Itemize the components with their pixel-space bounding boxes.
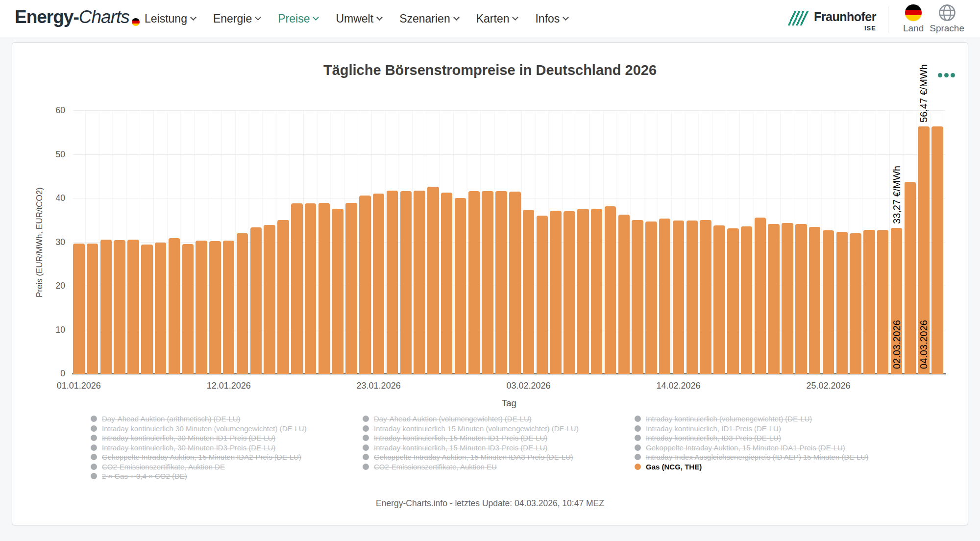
price-bar[interactable] [127, 240, 139, 374]
nav-item-leistung[interactable]: Leistung [145, 12, 196, 25]
legend-item[interactable]: Day-Ahead Auktion (volumengewichtet) (DE… [363, 414, 579, 424]
price-bar[interactable] [114, 240, 125, 374]
logo-text-energy: Energy- [15, 7, 79, 27]
legend-item[interactable]: CO2-Emissionszertifikate, Auktion DE [91, 462, 307, 472]
price-bar[interactable] [427, 187, 439, 374]
price-bar[interactable] [836, 232, 848, 374]
legend-label: CO2-Emissionszertifikate, Auktion DE [102, 463, 225, 471]
price-bar[interactable] [795, 224, 807, 374]
price-bar[interactable] [169, 238, 180, 374]
price-bar[interactable] [755, 218, 766, 374]
price-bar[interactable] [768, 224, 780, 374]
price-bar[interactable] [482, 191, 493, 374]
nav-item-label: Umwelt [336, 12, 373, 25]
price-bar[interactable] [414, 191, 425, 374]
price-bar[interactable] [100, 240, 112, 374]
nav-item-energie[interactable]: Energie [213, 12, 260, 25]
price-bar[interactable] [73, 244, 85, 374]
nav-item-szenarien[interactable]: Szenarien [399, 12, 459, 25]
price-bar[interactable] [291, 203, 303, 374]
legend-label: Gas (NCG, THE) [646, 463, 702, 471]
price-bar[interactable] [209, 241, 221, 374]
legend-item[interactable]: Gekoppelte Intraday Auktion, 15 Minuten … [635, 443, 868, 453]
price-bar[interactable] [850, 233, 861, 374]
price-bar[interactable] [863, 230, 875, 374]
nav-item-umwelt[interactable]: Umwelt [336, 12, 382, 25]
price-bar[interactable] [495, 191, 507, 374]
energy-charts-logo[interactable]: Energy- Charts [15, 7, 140, 27]
price-bar[interactable] [577, 209, 589, 374]
price-bar[interactable] [700, 220, 711, 374]
price-bar[interactable] [605, 206, 616, 374]
update-note: Energy-Charts.info - letztes Update: 04.… [12, 498, 968, 509]
nav-item-infos[interactable]: Infos [535, 12, 568, 25]
price-bar[interactable] [223, 241, 235, 374]
price-bar[interactable] [455, 198, 466, 374]
language-selector[interactable]: Sprache [930, 4, 964, 34]
price-bar[interactable] [550, 211, 562, 374]
price-bar[interactable] [564, 211, 575, 374]
price-bar[interactable] [155, 243, 167, 374]
legend-item[interactable]: Intraday kontinuierlich, 15 Minuten ID1-… [363, 433, 579, 443]
price-bar[interactable] [509, 192, 521, 374]
price-bar[interactable] [141, 245, 153, 374]
legend-item[interactable]: Intraday kontinuierlich, 30 Minuten ID1-… [91, 433, 307, 443]
price-bar[interactable] [87, 244, 98, 374]
legend-item[interactable]: Intraday kontinuierlich, ID1-Preis (DE-L… [635, 424, 868, 434]
legend-item-active[interactable]: Gas (NCG, THE) [635, 462, 868, 472]
price-bar[interactable] [741, 226, 753, 374]
price-bar[interactable] [591, 209, 603, 374]
price-bar[interactable] [686, 221, 698, 374]
legend-item[interactable]: Day-Ahead Auktion (arithmetisch) (DE-LU) [91, 414, 307, 424]
price-bar[interactable] [931, 126, 943, 374]
legend-item[interactable]: 2 × Gas + 0,4 × CO2 (DE) [91, 471, 307, 481]
chevron-down-icon [313, 14, 319, 21]
price-bar[interactable] [237, 233, 248, 374]
price-bar[interactable] [523, 210, 535, 374]
price-bar[interactable] [782, 223, 793, 374]
price-bar[interactable] [618, 215, 630, 374]
price-bar[interactable] [250, 227, 262, 374]
price-bar[interactable] [809, 227, 821, 374]
price-bar[interactable] [305, 203, 317, 374]
price-bar[interactable] [277, 220, 289, 374]
legend-item[interactable]: Intraday kontinuierlich 30 Minuten (volu… [91, 424, 307, 434]
price-bar[interactable] [387, 191, 398, 374]
fraunhofer-ise-logo[interactable]: Fraunhofer ISE [786, 10, 876, 32]
nav-item-preise[interactable]: Preise [278, 12, 318, 25]
price-bar[interactable] [537, 216, 548, 374]
chart-menu-button[interactable] [936, 73, 955, 77]
legend-item[interactable]: Intraday kontinuierlich, ID3-Preis (DE-L… [635, 433, 868, 443]
price-bar[interactable] [196, 241, 207, 374]
price-bar[interactable] [468, 191, 480, 374]
price-bar[interactable] [727, 228, 739, 374]
legend-item[interactable]: Intraday kontinuierlich 15 Minuten (volu… [363, 424, 579, 434]
legend-item[interactable]: Intraday kontinuierlich, 30 Minuten ID3-… [91, 443, 307, 453]
legend-item[interactable]: Intraday kontinuierlich, 15 Minuten ID3-… [363, 443, 579, 453]
price-bar[interactable] [823, 230, 834, 374]
price-bar[interactable] [264, 225, 275, 374]
legend-item[interactable]: CO2-Emissionszertifikate, Auktion EU [363, 462, 579, 472]
price-bar[interactable] [345, 203, 357, 374]
price-bar[interactable] [182, 244, 194, 374]
nav-item-karten[interactable]: Karten [476, 12, 518, 25]
price-bar[interactable] [441, 193, 453, 374]
price-bar[interactable] [645, 221, 657, 374]
price-bar[interactable] [359, 196, 371, 374]
price-bar[interactable] [905, 182, 916, 374]
country-selector[interactable]: Land [903, 4, 924, 34]
legend-item[interactable]: Intraday kontinuierlich (volumengewichte… [635, 414, 868, 424]
price-bar[interactable] [373, 194, 385, 374]
price-bar[interactable] [332, 209, 343, 374]
annotation-value-label: 56,47 €/MWh [918, 64, 930, 123]
legend-item[interactable]: Gekoppelte Intraday Auktion, 15 Minuten … [91, 452, 307, 462]
price-bar[interactable] [632, 220, 643, 374]
legend-item[interactable]: Intraday-Index Ausgleichsenergiepreis (I… [635, 452, 868, 462]
price-bar[interactable] [318, 203, 330, 374]
price-bar[interactable] [400, 191, 412, 374]
price-bar[interactable] [713, 225, 725, 374]
price-bar[interactable] [659, 219, 671, 374]
legend-item[interactable]: Gekoppelte Intraday Auktion, 15 Minuten … [363, 452, 579, 462]
price-bar[interactable] [673, 221, 685, 374]
price-bar[interactable] [877, 230, 889, 374]
